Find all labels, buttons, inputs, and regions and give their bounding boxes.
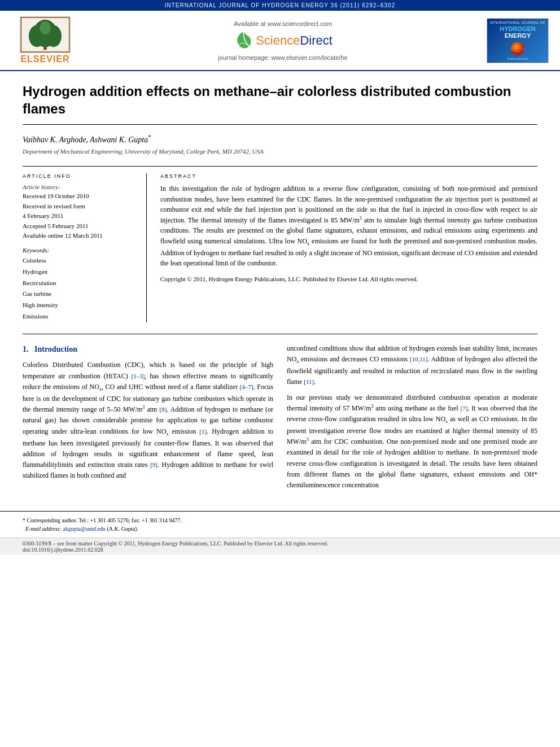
article-dates: Received 19 October 2010 Received in rev…: [23, 191, 137, 241]
footnote-area: * Corresponding author. Tel.: +1 301 405…: [0, 511, 560, 538]
abstract-label: ABSTRACT: [160, 173, 537, 179]
journal-header-bar: INTERNATIONAL JOURNAL OF HYDROGEN ENERGY…: [0, 0, 560, 11]
ref-4-7: [4–7]: [240, 383, 253, 390]
sciencedirect-label: ScienceDirect: [256, 33, 333, 48]
affiliation-text: Department of Mechanical Engineering, Un…: [23, 148, 537, 155]
keyword-high-intensity: High intensity: [23, 300, 137, 311]
abstract-column: ABSTRACT In this investigation the role …: [160, 173, 537, 322]
keyword-hydrogen: Hydrogen: [23, 267, 137, 278]
corresponding-author-note: * Corresponding author. Tel.: +1 301 405…: [23, 516, 537, 525]
cover-international-label: INTERNATIONAL JOURNAL OF: [490, 21, 546, 24]
body-two-columns: 1. Introduction Colorless Distributed Co…: [23, 343, 537, 495]
available-text: Available at www.sciencedirect.com: [79, 20, 487, 27]
abstract-text: In this investigation the role of hydrog…: [160, 184, 537, 269]
section1-number: 1.: [23, 345, 29, 353]
article-history-label: Article history:: [23, 184, 137, 190]
keywords-list: Colorless Hydrogen Recirculation Gas tur…: [23, 255, 137, 322]
section1-title: Introduction: [34, 345, 77, 353]
keyword-colorless: Colorless: [23, 255, 137, 267]
cover-hydrogen: HYDROGEN: [500, 25, 536, 32]
received-date: Received 19 October 2010: [23, 193, 89, 199]
keyword-gas-turbine: Gas turbine: [23, 289, 137, 300]
section1-heading: 1. Introduction: [23, 343, 273, 356]
intro-paragraph-1: Colorless Distributed Combustion (CDC), …: [23, 360, 273, 481]
sd-logo: ScienceDirect: [79, 30, 487, 51]
issn-text: 0360-3199/$ – see front matter Copyright…: [23, 540, 328, 547]
accepted-date: Accepted 5 February 2011: [23, 222, 89, 229]
keyword-recirculation: Recirculation: [23, 278, 137, 289]
cover-energy: ENERGY: [505, 32, 531, 39]
body-left-column: 1. Introduction Colorless Distributed Co…: [23, 343, 273, 495]
intro-paragraph-2: unconfined conditions show that addition…: [287, 343, 537, 388]
article-info-column: ARTICLE INFO Article history: Received 1…: [23, 173, 147, 322]
hydrogen-energy-cover: INTERNATIONAL JOURNAL OF HYDROGEN ENERGY…: [487, 18, 549, 63]
article-info-abstract-section: ARTICLE INFO Article history: Received 1…: [23, 166, 537, 322]
logo-bar: ELSEVIER Available at www.sciencedirect.…: [0, 11, 560, 71]
body-right-column: unconfined conditions show that addition…: [287, 343, 537, 495]
journal-header-text: INTERNATIONAL JOURNAL OF HYDROGEN ENERGY…: [165, 2, 395, 8]
intro-paragraph-3: In our previous study we demonstrated di…: [287, 392, 537, 491]
email-suffix: (A.K. Gupta).: [107, 526, 138, 532]
doi-text: doi:10.1016/j.ijhydene.2011.02.028: [23, 547, 103, 553]
article-info-label: ARTICLE INFO: [23, 173, 137, 179]
ref-1: [1]: [199, 428, 207, 435]
ref-7b: [7]: [461, 405, 468, 412]
email-note: E-mail address: akgupta@umd.edu (A.K. Gu…: [23, 525, 537, 533]
body-content: 1. Introduction Colorless Distributed Co…: [23, 334, 537, 495]
email-link[interactable]: akgupta@umd.edu: [63, 526, 106, 532]
ref-10-11: [10,11]: [410, 356, 428, 362]
keyword-emissions: Emissions: [23, 311, 137, 322]
ref-8: [8]: [160, 406, 167, 413]
sciencedirect-center: Available at www.sciencedirect.com Scien…: [79, 20, 487, 61]
svg-point-6: [40, 21, 50, 34]
ref-11b: [11]: [304, 378, 314, 385]
received-revised-label: Received in revised form: [23, 203, 85, 209]
sciencedirect-icon: [233, 30, 253, 51]
journal-homepage-text: journal homepage: www.elsevier.com/locat…: [79, 54, 487, 61]
available-online-date: Available online 12 March 2011: [23, 232, 103, 239]
abstract-copyright: Copyright © 2011, Hydrogen Energy Public…: [160, 274, 537, 284]
corresponding-text: * Corresponding author. Tel.: +1 301 405…: [23, 517, 182, 523]
doi-bar: 0360-3199/$ – see front matter Copyright…: [0, 538, 560, 555]
elsevier-logo: ELSEVIER: [11, 16, 79, 64]
cover-title: HYDROGEN ENERGY: [500, 25, 536, 39]
revised-date: 4 February 2011: [23, 212, 63, 219]
cover-publisher-label: ScienceDirect: [507, 57, 528, 60]
email-label: E-mail address:: [25, 526, 62, 532]
article-title: Hydrogen addition effects on methane–air…: [23, 82, 537, 125]
ref-9: [9]: [150, 461, 158, 468]
keywords-label: Keywords:: [23, 247, 137, 254]
elsevier-wordmark: ELSEVIER: [20, 54, 69, 64]
cover-decorative-graphic: [504, 40, 532, 57]
authors-line: Vaibhav K. Arghode, Ashwani K. Gupta*: [23, 134, 537, 145]
authors-text: Vaibhav K. Arghode, Ashwani K. Gupta*: [23, 136, 151, 144]
article-content: Hydrogen addition effects on methane–air…: [0, 71, 560, 506]
ref-1-3: [1–3]: [132, 373, 145, 379]
elsevier-tree-image: [20, 16, 71, 53]
